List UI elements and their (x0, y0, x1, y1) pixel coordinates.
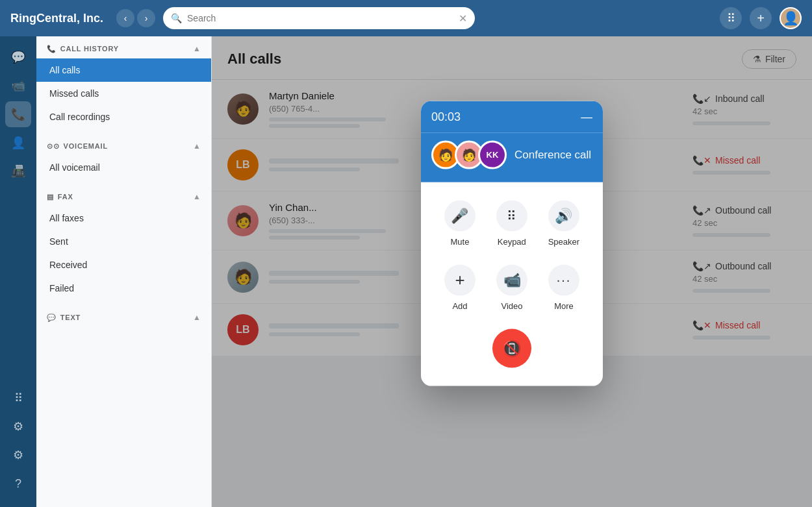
sidebar-item-received-faxes[interactable]: Received (36, 253, 211, 277)
call-end-row: 📵 (434, 328, 590, 373)
sidebar-item-all-calls[interactable]: All calls (36, 58, 211, 82)
more-options-button[interactable]: ··· More (548, 264, 579, 310)
sidebar-item-all-voicemail[interactable]: All voicemail (36, 156, 211, 179)
voicemail-chevron: ▲ (193, 142, 201, 151)
text-icon: 💬 (47, 314, 57, 322)
keypad-icon: ⠿ (496, 200, 527, 231)
call-history-section: 📞 CALL HISTORY ▲ All calls Missed calls … (36, 36, 211, 129)
end-call-button[interactable]: 📵 (492, 328, 531, 367)
call-history-chevron: ▲ (193, 44, 201, 53)
messages-nav-button[interactable]: 💬 (5, 44, 31, 70)
call-history-header[interactable]: 📞 CALL HISTORY ▲ (36, 36, 211, 58)
phone-icon: 📞 (47, 45, 57, 53)
help-button[interactable]: ? (5, 471, 31, 497)
minimize-button[interactable]: — (581, 110, 592, 123)
fax-section: ▤ FAX ▲ All faxes Sent Received Failed (36, 184, 211, 300)
phone-nav-button[interactable]: 📞 (5, 101, 31, 127)
search-clear-button[interactable]: ✕ (459, 12, 467, 25)
call-controls: 🎤 Mute ⠿ Keypad 🔊 Speaker + (421, 182, 603, 386)
add-icon: + (444, 264, 476, 295)
mute-icon: 🎤 (444, 200, 476, 231)
add-label: Add (452, 301, 467, 310)
keypad-label: Keypad (498, 236, 526, 246)
apps-grid-button[interactable]: ⠿ (720, 7, 742, 29)
search-bar: 🔍 ✕ (163, 7, 475, 29)
sidebar-item-sent-faxes[interactable]: Sent (36, 230, 211, 253)
main-layout: 💬 📹 📞 👤 📠 ⠿ ⚙ ⚙ ? 📞 CALL HISTORY ▲ All c… (0, 36, 812, 507)
fax-header[interactable]: ▤ FAX ▲ (36, 184, 211, 206)
add-call-button[interactable]: + Add (444, 264, 476, 310)
more-icon: ··· (548, 264, 579, 295)
add-button[interactable]: + (750, 7, 772, 29)
more-label: More (554, 301, 574, 310)
fax-icon: ▤ (47, 193, 54, 201)
topbar-actions: ⠿ + 👤 (720, 7, 802, 29)
user-avatar[interactable]: 👤 (780, 7, 802, 29)
topbar: RingCentral, Inc. ‹ › 🔍 ✕ ⠿ + 👤 (0, 0, 812, 36)
fax-nav-button[interactable]: 📠 (5, 158, 31, 184)
sidebar-item-failed-faxes[interactable]: Failed (36, 277, 211, 300)
text-chevron: ▲ (193, 313, 201, 322)
sidebar-item-all-faxes[interactable]: All faxes (36, 206, 211, 230)
search-icon: 🔍 (171, 13, 182, 23)
fax-title: ▤ FAX (47, 193, 73, 201)
voicemail-section: ⊙⊙ VOICEMAIL ▲ All voicemail (36, 134, 211, 179)
settings-button[interactable]: ⚙ (5, 442, 31, 468)
admin-settings-button[interactable]: ⚙ (5, 414, 31, 439)
contacts-nav-button[interactable]: 👤 (5, 130, 31, 156)
search-input[interactable] (187, 13, 453, 23)
video-nav-button[interactable]: 📹 (5, 73, 31, 99)
video-call-button[interactable]: 📹 Video (496, 264, 527, 310)
text-section: 💬 TEXT ▲ (36, 305, 211, 327)
mute-button[interactable]: 🎤 Mute (444, 200, 476, 246)
text-header[interactable]: 💬 TEXT ▲ (36, 305, 211, 327)
call-controls-row-2: + Add 📹 Video ··· More (434, 264, 590, 310)
nav-back-button[interactable]: ‹ (116, 9, 134, 27)
icon-strip: 💬 📹 📞 👤 📠 ⠿ ⚙ ⚙ ? (0, 36, 36, 507)
keypad-button[interactable]: ⠿ Keypad (496, 200, 527, 246)
participant-avatars: 🧑 🧑 KK (431, 140, 507, 169)
apps-nav-button[interactable]: ⠿ (5, 385, 31, 411)
sidebar-item-call-recordings[interactable]: Call recordings (36, 105, 211, 129)
content-area: All calls ⚗ Filter 🧑 Martyn Daniele (650… (212, 36, 812, 507)
fax-chevron: ▲ (193, 192, 201, 201)
call-dialog: 00:03 — 🧑 🧑 KK Conference call (421, 101, 603, 386)
voicemail-title: ⊙⊙ VOICEMAIL (47, 142, 108, 151)
speaker-label: Speaker (548, 236, 579, 246)
voicemail-icon: ⊙⊙ (47, 142, 60, 151)
mute-label: Mute (450, 236, 469, 246)
call-participants: 🧑 🧑 KK Conference call (421, 132, 603, 182)
end-call-icon: 📵 (502, 339, 522, 357)
icon-strip-bottom: ⠿ ⚙ ⚙ ? (5, 385, 31, 497)
app-title: RingCentral, Inc. (10, 12, 103, 25)
sidebar: 📞 CALL HISTORY ▲ All calls Missed calls … (36, 36, 212, 507)
call-timer: 00:03 (431, 110, 461, 123)
call-history-title: 📞 CALL HISTORY (47, 45, 119, 53)
call-dialog-header: 00:03 — (421, 101, 603, 132)
participant-avatar-3: KK (478, 140, 507, 169)
video-label: Video (501, 301, 522, 310)
call-controls-row-1: 🎤 Mute ⠿ Keypad 🔊 Speaker (434, 200, 590, 246)
nav-forward-button[interactable]: › (137, 9, 155, 27)
text-title: 💬 TEXT (47, 314, 81, 322)
speaker-button[interactable]: 🔊 Speaker (548, 200, 579, 246)
voicemail-header[interactable]: ⊙⊙ VOICEMAIL ▲ (36, 134, 211, 156)
speaker-icon: 🔊 (548, 200, 579, 231)
sidebar-item-missed-calls[interactable]: Missed calls (36, 82, 211, 105)
nav-buttons: ‹ › (116, 9, 155, 27)
video-icon: 📹 (496, 264, 527, 295)
call-type-conference-label: Conference call (514, 148, 591, 161)
